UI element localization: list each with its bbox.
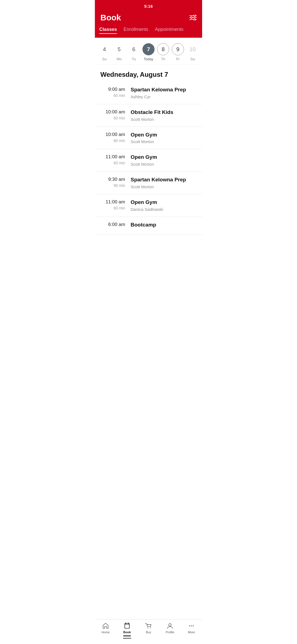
class-item-2[interactable]: 10:00 am 60 min Open Gym Scott Morton: [95, 127, 202, 149]
class-item-4[interactable]: 9:30 am 90 min Spartan Kelowna Prep Scot…: [95, 172, 202, 194]
class-item-3[interactable]: 11:00 am 60 min Open Gym Scott Morton: [95, 149, 202, 172]
class-item-5[interactable]: 11:00 am 60 min Open Gym Danica Sadlowsk…: [95, 194, 202, 217]
date-label-tu: Tu: [132, 57, 136, 61]
class-info-0: Spartan Kelowna Prep Ashley Cyr: [131, 87, 197, 99]
class-time-4: 9:30 am 90 min: [100, 177, 131, 188]
class-time-0: 9:00 am 60 min: [100, 87, 131, 98]
class-info-5: Open Gym Danica Sadlowski: [131, 199, 197, 212]
tab-classes[interactable]: Classes: [99, 27, 117, 34]
class-time-3: 11:00 am 60 min: [100, 154, 131, 165]
date-item-tu[interactable]: 6 Tu: [128, 43, 140, 61]
svg-point-5: [194, 19, 196, 20]
class-time-5: 11:00 am 60 min: [100, 199, 131, 210]
class-item-6[interactable]: 6:00 am Bootcamp: [95, 217, 202, 235]
date-item-th[interactable]: 8 Th: [157, 43, 169, 61]
class-info-4: Spartan Kelowna Prep Scott Morton: [131, 177, 197, 189]
status-time: 5:16: [144, 4, 153, 9]
class-time-6: 6:00 am: [100, 222, 131, 228]
date-number-5: 5: [113, 43, 125, 55]
class-info-1: Obstacle Fit Kids Scott Morton: [131, 109, 197, 122]
date-item-fr[interactable]: 9 Fr: [172, 43, 184, 61]
header: Book: [95, 11, 202, 27]
class-info-2: Open Gym Scott Morton: [131, 132, 197, 144]
date-number-4: 4: [98, 43, 111, 55]
date-number-6: 6: [128, 43, 140, 55]
svg-point-3: [191, 17, 192, 18]
tab-appointments[interactable]: Appointments: [155, 27, 183, 34]
date-label-th: Th: [161, 57, 165, 61]
filter-icon[interactable]: [189, 15, 197, 20]
date-item-sa[interactable]: 10 Sa: [186, 43, 199, 61]
class-time-1: 10:00 am 60 min: [100, 109, 131, 120]
date-number-7: 7: [142, 43, 155, 55]
class-item-0[interactable]: 9:00 am 60 min Spartan Kelowna Prep Ashl…: [95, 82, 202, 104]
class-item-1[interactable]: 10:00 am 60 min Obstacle Fit Kids Scott …: [95, 104, 202, 127]
tab-enrollments[interactable]: Enrollments: [123, 27, 148, 34]
svg-point-1: [194, 15, 196, 17]
date-label-fr: Fr: [176, 57, 180, 61]
page-title: Book: [100, 13, 121, 22]
date-label-su: Su: [102, 57, 107, 61]
date-item-mo[interactable]: 5 Mo: [113, 43, 125, 61]
date-number-10: 10: [186, 43, 199, 55]
date-number-9: 9: [172, 43, 184, 55]
class-info-6: Bootcamp: [131, 222, 197, 230]
date-picker: 4 Su 5 Mo 6 Tu 7 Today 8 Th 9 Fr 10 Sa: [95, 38, 202, 65]
class-info-3: Open Gym Scott Morton: [131, 154, 197, 167]
date-number-8: 8: [157, 43, 169, 55]
status-bar: 5:16: [95, 0, 202, 11]
date-heading: Wednesday, August 7: [95, 65, 202, 82]
class-list: 9:00 am 60 min Spartan Kelowna Prep Ashl…: [95, 82, 202, 235]
tab-bar: Classes Enrollments Appointments: [95, 27, 202, 38]
date-label-sa: Sa: [190, 57, 195, 61]
date-item-su[interactable]: 4 Su: [98, 43, 111, 61]
date-item-today[interactable]: 7 Today: [142, 43, 155, 61]
class-time-2: 10:00 am 60 min: [100, 132, 131, 143]
date-label-today: Today: [144, 57, 153, 61]
date-label-mo: Mo: [117, 57, 122, 61]
